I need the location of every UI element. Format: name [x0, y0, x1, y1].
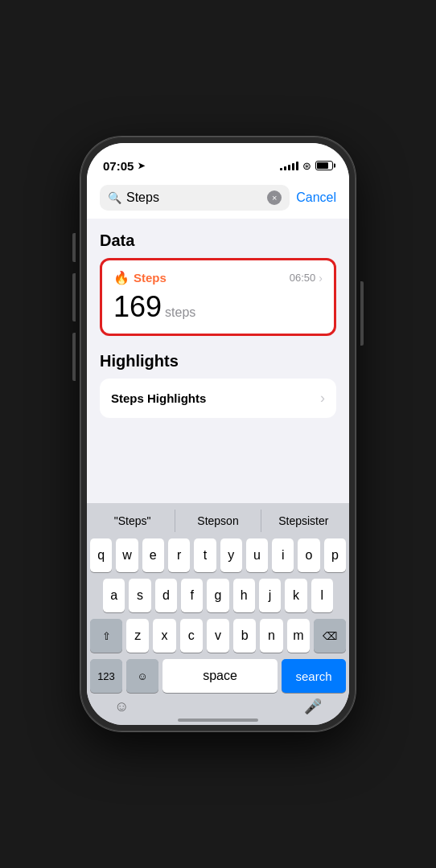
- keyboard-area: "Steps" Stepson Stepsister q w e r t y u…: [87, 503, 349, 725]
- search-key[interactable]: search: [282, 659, 346, 693]
- status-bar: 07:05 ➤ ⊛: [87, 143, 349, 178]
- mic-bottom-icon[interactable]: 🎤: [304, 698, 322, 715]
- cancel-button[interactable]: Cancel: [296, 190, 336, 205]
- highlights-row-label: Steps Highlights: [111, 391, 206, 405]
- key-m[interactable]: m: [287, 619, 310, 653]
- battery-icon: [315, 161, 333, 170]
- volume-down-button[interactable]: [72, 333, 76, 381]
- key-row-2: a s d f g h j k l: [90, 579, 346, 612]
- space-key[interactable]: space: [162, 659, 278, 693]
- shift-key[interactable]: ⇧: [90, 619, 122, 653]
- key-v[interactable]: v: [207, 619, 229, 653]
- key-p[interactable]: p: [324, 538, 346, 572]
- key-e[interactable]: e: [142, 538, 164, 572]
- key-r[interactable]: r: [168, 538, 190, 572]
- phone-frame: 07:05 ➤ ⊛ 🔍: [80, 137, 356, 731]
- clear-button[interactable]: ×: [267, 190, 282, 205]
- mute-button[interactable]: [72, 233, 76, 262]
- content-area: Data 🔥 Steps 06:50 › 169 steps: [87, 219, 349, 503]
- status-time: 07:05 ➤: [103, 159, 145, 173]
- chevron-right-icon: ›: [319, 272, 323, 285]
- steps-unit: steps: [165, 305, 195, 320]
- key-row-1: q w e r t y u i o p: [90, 538, 346, 572]
- key-c[interactable]: c: [180, 619, 203, 653]
- key-j[interactable]: j: [259, 579, 281, 612]
- search-area: 🔍 Steps × Cancel: [87, 178, 349, 219]
- key-q[interactable]: q: [90, 538, 112, 572]
- steps-time: 06:50: [290, 272, 316, 284]
- keyboard-rows: q w e r t y u i o p a s d f g: [90, 538, 346, 693]
- fire-icon: 🔥: [113, 270, 130, 285]
- key-i[interactable]: i: [272, 538, 294, 572]
- key-f[interactable]: f: [181, 579, 203, 612]
- suggestion-stepsister[interactable]: Stepsister: [261, 510, 346, 532]
- key-row-3: ⇧ z x c v b n m ⌫: [90, 619, 346, 653]
- highlights-chevron-icon: ›: [320, 390, 325, 407]
- emoji-bottom-icon[interactable]: ☺: [114, 698, 129, 715]
- key-l[interactable]: l: [311, 579, 333, 612]
- key-a[interactable]: a: [103, 579, 125, 612]
- key-h[interactable]: h: [233, 579, 255, 612]
- key-n[interactable]: n: [260, 619, 282, 653]
- phone-screen: 07:05 ➤ ⊛ 🔍: [87, 143, 349, 725]
- home-indicator: [178, 719, 258, 722]
- search-bar-row: 🔍 Steps × Cancel: [100, 185, 336, 211]
- steps-card-label: Steps: [134, 271, 167, 285]
- key-s[interactable]: s: [129, 579, 150, 612]
- key-d[interactable]: d: [155, 579, 177, 612]
- steps-number: 169: [113, 290, 162, 324]
- volume-up-button[interactable]: [72, 273, 76, 321]
- num-key[interactable]: 123: [90, 659, 122, 693]
- status-icons: ⊛: [280, 160, 333, 172]
- key-k[interactable]: k: [285, 579, 306, 612]
- search-icon: 🔍: [108, 191, 121, 204]
- location-icon: ➤: [138, 161, 145, 171]
- highlights-row[interactable]: Steps Highlights ›: [100, 379, 336, 418]
- key-w[interactable]: w: [116, 538, 138, 572]
- key-g[interactable]: g: [207, 579, 228, 612]
- key-y[interactable]: y: [220, 538, 242, 572]
- key-u[interactable]: u: [246, 538, 268, 572]
- key-row-4: 123 ☺ space search: [90, 659, 346, 693]
- suggestions-row: "Steps" Stepson Stepsister: [90, 510, 346, 532]
- wifi-icon: ⊛: [302, 160, 311, 172]
- emoji-key[interactable]: ☺: [126, 659, 158, 693]
- backspace-key[interactable]: ⌫: [314, 619, 346, 653]
- search-bar[interactable]: 🔍 Steps ×: [100, 185, 290, 211]
- key-b[interactable]: b: [233, 619, 256, 653]
- suggestion-steps[interactable]: "Steps": [90, 510, 175, 532]
- bottom-bar-icons: ☺ 🎤: [90, 698, 346, 719]
- highlights-card: Steps Highlights ›: [100, 379, 336, 418]
- key-z[interactable]: z: [126, 619, 149, 653]
- highlights-section-title: Highlights: [100, 352, 336, 371]
- key-o[interactable]: o: [298, 538, 319, 572]
- key-t[interactable]: t: [194, 538, 216, 572]
- suggestion-stepson[interactable]: Stepson: [175, 510, 261, 532]
- steps-card[interactable]: 🔥 Steps 06:50 › 169 steps: [100, 258, 336, 336]
- data-section-title: Data: [100, 231, 336, 250]
- key-x[interactable]: x: [153, 619, 175, 653]
- search-input[interactable]: Steps: [126, 190, 262, 205]
- power-button[interactable]: [360, 281, 364, 346]
- signal-bars: [280, 161, 298, 170]
